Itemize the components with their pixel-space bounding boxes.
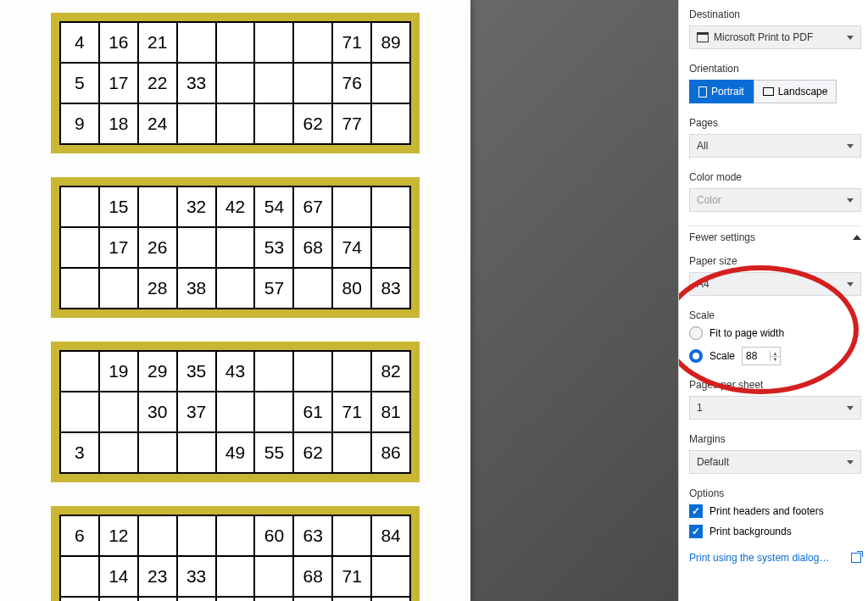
chevron-down-icon: [847, 144, 854, 148]
bingo-cell: 26: [138, 227, 177, 268]
bingo-cell: 21: [138, 22, 177, 63]
chevron-up-icon: [853, 235, 861, 240]
bingo-cell: 35: [177, 351, 216, 392]
bingo-cell: [254, 351, 293, 392]
bingo-cell: [216, 392, 255, 432]
color-mode-dropdown[interactable]: Color: [689, 188, 861, 212]
bingo-cell: [254, 63, 293, 103]
bingo-cell: [177, 597, 216, 601]
bingo-cell: [177, 22, 216, 63]
destination-label: Destination: [689, 8, 861, 20]
bingo-cell: [99, 392, 138, 432]
bingo-cell: [60, 268, 99, 309]
pages-per-sheet-label: Pages per sheet: [689, 379, 861, 391]
bingo-cell: 55: [254, 432, 293, 473]
bingo-cell: 12: [99, 515, 138, 556]
orientation-landscape-button[interactable]: Landscape: [754, 80, 837, 103]
bingo-card: 153242546717265368742838578083: [51, 177, 420, 318]
bingo-cell: 74: [332, 227, 371, 268]
bingo-cell: [216, 556, 255, 597]
fewer-settings-toggle[interactable]: Fewer settings: [689, 225, 861, 248]
bingo-card: 416217189517223376918246277: [51, 13, 420, 153]
pages-label: Pages: [689, 117, 861, 129]
checkbox-checked-icon: ✓: [689, 504, 703, 518]
print-settings-panel: Destination Microsoft Print to PDF Orien…: [678, 0, 868, 601]
bingo-cell: [60, 392, 99, 432]
scale-fit-radio[interactable]: Fit to page width: [689, 326, 861, 340]
bingo-cell: 71: [332, 556, 371, 597]
bingo-cell: [254, 597, 293, 601]
bingo-cell: 24: [138, 103, 177, 144]
bingo-cell: 83: [371, 268, 410, 309]
bingo-grid: 416217189517223376918246277: [59, 21, 411, 145]
pages-value: All: [697, 140, 708, 152]
bingo-cell: 80: [332, 268, 371, 309]
print-headers-checkbox[interactable]: ✓ Print headers and footers: [689, 504, 861, 518]
portrait-label: Portrait: [711, 86, 744, 97]
scale-fit-label: Fit to page width: [709, 327, 784, 339]
bingo-cell: [371, 186, 410, 227]
bingo-cell: 89: [371, 22, 410, 63]
bingo-cell: [332, 597, 371, 601]
chevron-down-icon: [847, 282, 854, 287]
bingo-cell: [138, 515, 177, 556]
checkbox-checked-icon: ✓: [689, 525, 703, 538]
spinner-up-icon[interactable]: ▲: [771, 351, 780, 357]
scale-label: Scale: [689, 309, 861, 321]
bingo-cell: 68: [293, 227, 332, 268]
system-dialog-label: Print using the system dialog…: [689, 552, 829, 564]
preview-page: 4162171895172233769182462771532425467172…: [0, 0, 470, 601]
bingo-cell: [371, 556, 410, 597]
pages-dropdown[interactable]: All: [689, 134, 861, 158]
bingo-card: 19293543823037617181349556286: [51, 342, 420, 482]
bingo-cell: 43: [216, 351, 255, 392]
bingo-cell: 5: [60, 63, 99, 103]
pages-per-sheet-dropdown[interactable]: 1: [689, 396, 861, 420]
bingo-cell: [216, 103, 255, 144]
bingo-cell: [293, 22, 332, 63]
bingo-cell: [60, 186, 99, 227]
scale-input[interactable]: 88 ▲ ▼: [742, 347, 781, 365]
color-mode-value: Color: [697, 194, 721, 206]
bingo-cell: [177, 432, 216, 473]
bingo-cell: 18: [99, 103, 138, 144]
bingo-cell: [216, 63, 255, 103]
bingo-cell: [60, 227, 99, 268]
bingo-cell: [371, 63, 410, 103]
spinner-down-icon[interactable]: ▼: [771, 357, 780, 362]
bingo-cell: [371, 227, 410, 268]
fewer-settings-label: Fewer settings: [689, 231, 755, 243]
bingo-cell: 32: [177, 186, 216, 227]
bingo-cell: 82: [371, 351, 410, 392]
chevron-down-icon: [847, 406, 854, 410]
scale-spinner[interactable]: ▲ ▼: [770, 351, 780, 362]
bingo-grid: 61260638414233368711020274169: [59, 515, 411, 601]
bingo-cell: [293, 63, 332, 103]
bingo-cell: 22: [138, 63, 177, 103]
bingo-cell: 38: [177, 268, 216, 309]
scale-custom-radio[interactable]: Scale 88 ▲ ▼: [689, 347, 861, 365]
bingo-cell: [332, 186, 371, 227]
bingo-cell: [138, 186, 177, 227]
orientation-portrait-button[interactable]: Portrait: [689, 80, 754, 103]
bingo-cell: 6: [60, 515, 99, 556]
bingo-cell: [371, 597, 410, 601]
bingo-cell: 17: [99, 63, 138, 103]
margins-value: Default: [697, 456, 729, 468]
print-backgrounds-checkbox[interactable]: ✓ Print backgrounds: [689, 525, 861, 538]
bingo-cell: 62: [293, 432, 332, 473]
bingo-cell: [216, 268, 255, 309]
margins-dropdown[interactable]: Default: [689, 450, 861, 474]
bingo-cell: 42: [216, 186, 255, 227]
paper-size-dropdown[interactable]: A4: [689, 272, 861, 296]
bingo-cell: 57: [254, 268, 293, 309]
system-dialog-link[interactable]: Print using the system dialog…: [689, 552, 861, 564]
print-preview-area: 4162171895172233769182462771532425467172…: [0, 0, 678, 601]
external-link-icon: [851, 553, 861, 563]
bingo-cell: 27: [138, 597, 177, 601]
destination-dropdown[interactable]: Microsoft Print to PDF: [689, 25, 861, 49]
pages-per-sheet-value: 1: [697, 402, 703, 414]
bingo-cell: 53: [254, 227, 293, 268]
bingo-cell: 68: [293, 556, 332, 597]
bingo-cell: [254, 392, 293, 432]
